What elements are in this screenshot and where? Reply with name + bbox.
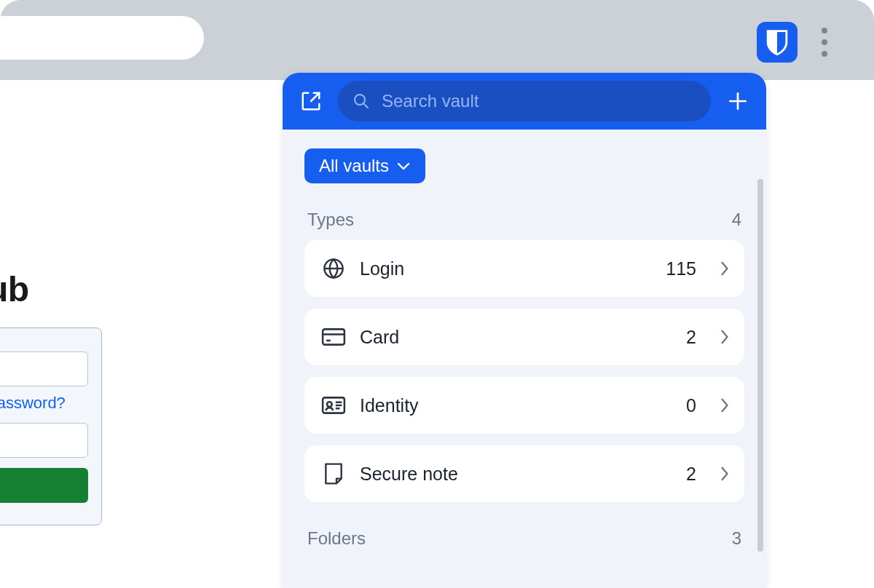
svg-rect-5 — [323, 329, 345, 344]
svg-point-9 — [327, 402, 332, 407]
types-section-header: Types 4 — [307, 210, 741, 230]
scrollbar[interactable] — [757, 179, 763, 552]
omnibox[interactable] — [0, 16, 204, 60]
item-count: 0 — [686, 395, 696, 416]
card-icon — [320, 324, 347, 350]
folders-label: Folders — [307, 528, 366, 549]
vault-selector-label: All vaults — [319, 156, 389, 176]
types-list: Login 115 Card 2 Identity 0 — [304, 240, 744, 502]
search-icon — [353, 92, 370, 110]
item-label: Secure note — [360, 464, 673, 485]
chevron-right-icon — [720, 397, 730, 414]
item-count: 2 — [686, 464, 696, 485]
item-count: 115 — [666, 258, 696, 279]
chevron-right-icon — [720, 260, 730, 277]
svg-line-1 — [363, 103, 368, 108]
item-label: Card — [360, 327, 673, 348]
sign-in-button[interactable] — [0, 468, 88, 503]
type-item-secure-note[interactable]: Secure note 2 — [304, 445, 744, 502]
types-count: 4 — [732, 210, 741, 230]
bitwarden-popup: All vaults Types 4 Login 115 — [283, 73, 766, 588]
search-input[interactable] — [380, 90, 696, 112]
popout-icon — [300, 90, 322, 112]
chevron-down-icon — [396, 161, 411, 171]
identity-icon — [320, 392, 347, 418]
item-label: Login — [360, 258, 653, 279]
shield-icon — [765, 29, 789, 55]
login-form-card: ot password? — [0, 327, 102, 525]
popup-body: All vaults Types 4 Login 115 — [283, 130, 766, 588]
bitwarden-extension-button[interactable] — [757, 22, 798, 63]
type-item-identity[interactable]: Identity 0 — [304, 377, 744, 434]
vault-selector[interactable]: All vaults — [304, 148, 425, 183]
item-count: 2 — [686, 327, 696, 348]
search-vault-field[interactable] — [338, 81, 711, 122]
forgot-password-link[interactable]: ot password? — [0, 394, 88, 413]
types-label: Types — [307, 210, 354, 230]
browser-menu-button[interactable] — [811, 22, 838, 63]
browser-toolbar — [0, 0, 874, 80]
add-item-button[interactable] — [723, 86, 753, 116]
folders-section-header: Folders 3 — [307, 528, 741, 549]
globe-icon — [320, 255, 347, 282]
chevron-right-icon — [720, 465, 730, 482]
type-item-card[interactable]: Card 2 — [304, 309, 744, 365]
popup-header — [283, 73, 766, 130]
folders-count: 3 — [732, 528, 741, 549]
item-label: Identity — [360, 395, 673, 416]
page-title-fragment: ub — [0, 269, 29, 309]
type-item-login[interactable]: Login 115 — [304, 240, 744, 297]
popout-button[interactable] — [296, 86, 326, 116]
chevron-right-icon — [720, 328, 730, 346]
username-field[interactable] — [0, 351, 88, 386]
password-field[interactable] — [0, 423, 88, 458]
note-icon — [320, 461, 347, 487]
plus-icon — [726, 90, 749, 113]
